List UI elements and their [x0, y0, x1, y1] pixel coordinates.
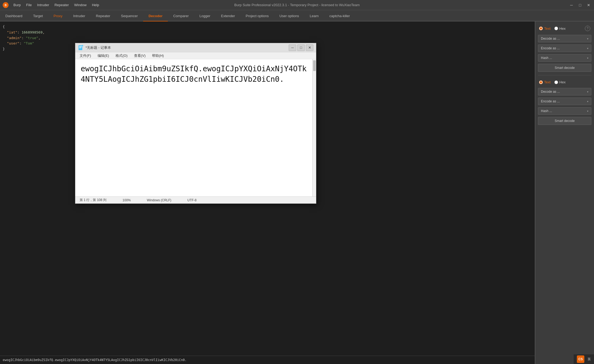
scrollbar-thumb[interactable] [313, 60, 316, 71]
input-method-indicator: 英 [588, 357, 591, 362]
minimize-button[interactable]: ─ [569, 2, 574, 8]
menu-repeater[interactable]: Repeater [54, 3, 69, 7]
hash-arrow-2: ▾ [587, 110, 588, 113]
help-icon-1[interactable]: ? [585, 26, 590, 31]
notepad-minimize-button[interactable]: ─ [289, 44, 296, 51]
zoom-level: 100% [122, 198, 131, 202]
maximize-button[interactable]: □ [577, 2, 583, 8]
text-radio-input-2[interactable] [539, 80, 543, 84]
hex-radio-2[interactable]: Hex [554, 80, 566, 84]
smart-decode-button-1[interactable]: Smart decode [538, 64, 591, 72]
svg-rect-5 [79, 48, 81, 48]
notepad-titlebar: *无标题 - 记事本 ─ □ ✕ [75, 43, 316, 52]
notepad-window: *无标题 - 记事本 ─ □ ✕ 文件(F) 编辑(E) 格式(O) 查看(V)… [75, 43, 316, 204]
menu-window[interactable]: Window [74, 3, 87, 7]
tab-decoder[interactable]: Decoder [143, 11, 168, 21]
tab-learn[interactable]: Learn [305, 11, 324, 21]
encode-as-button-1[interactable]: Encode as ... ▾ [538, 44, 591, 52]
burp-logo-icon: B [3, 2, 9, 8]
notepad-menubar: 文件(F) 编辑(E) 格式(O) 查看(V) 帮助(H) [75, 52, 316, 59]
notepad-menu-file[interactable]: 文件(F) [77, 53, 94, 59]
notepad-title: *无标题 - 记事本 [86, 45, 111, 50]
notepad-app-icon [78, 45, 83, 50]
notepad-titlebar-btns: ─ □ ✕ [289, 44, 313, 51]
title-bar-left: B Burp File Intruder Repeater Window Hel… [3, 2, 99, 8]
menu-burp[interactable]: Burp [13, 3, 21, 7]
encode-as-button-2[interactable]: Encode as ... ▾ [538, 98, 591, 105]
notepad-titlebar-left: *无标题 - 记事本 [78, 45, 111, 50]
notepad-menu-edit[interactable]: 编辑(E) [95, 53, 112, 59]
radio-group-2: Text Hex [538, 79, 591, 86]
text-radio-input-1[interactable] [539, 27, 543, 30]
svg-rect-3 [79, 46, 82, 47]
tab-repeater[interactable]: Repeater [91, 11, 116, 21]
tab-logger[interactable]: Logger [194, 11, 216, 21]
title-bar-controls: ─ □ ✕ [569, 2, 591, 8]
tab-user-options[interactable]: User options [274, 11, 305, 21]
cursor-position: 第 1 行，第 108 列 [80, 198, 106, 202]
encode-as-arrow-1: ▾ [587, 47, 588, 50]
notepad-menu-format[interactable]: 格式(O) [113, 53, 130, 59]
radio-group-1: Text Hex ? [538, 24, 591, 33]
cs-tray-icon: CS [577, 355, 584, 363]
encoding: UTF-8 [187, 198, 196, 202]
decode-as-arrow-1: ▾ [587, 37, 588, 40]
tab-project-options[interactable]: Project options [240, 11, 274, 21]
tab-target[interactable]: Target [28, 11, 48, 21]
hash-button-1[interactable]: Hash ... ▾ [538, 54, 591, 62]
system-tray: CS 英 [574, 354, 594, 364]
divider-1 [538, 75, 591, 75]
notepad-content[interactable]: ewogICJhbGciOiAibm9uZSIkfQ.ewogICJpYXQiO… [75, 59, 316, 196]
hex-radio-input-2[interactable] [554, 80, 558, 84]
menu-intruder[interactable]: Intruder [37, 3, 49, 7]
app-title: Burp Suite Professional v2022.3.1 - Temp… [234, 3, 360, 7]
tab-proxy[interactable]: Proxy [48, 11, 68, 21]
tab-comparer[interactable]: Comparer [168, 11, 194, 21]
notepad-menu-view[interactable]: 查看(V) [131, 53, 148, 59]
main-content: { "iat": 1668998569, "admin": "true", "u… [0, 21, 594, 364]
tab-dashboard[interactable]: Dashboard [0, 11, 28, 21]
close-button[interactable]: ✕ [586, 2, 591, 8]
notepad-menu-help[interactable]: 帮助(H) [149, 53, 166, 59]
decoder-encoded-text[interactable]: ewogICJhbGciOiAibm9uZSIkfQ.ewogICJpYXQiO… [0, 356, 535, 364]
hex-radio-1[interactable]: Hex [554, 27, 566, 31]
encode-as-arrow-2: ▾ [587, 100, 588, 103]
tab-captcha-killer[interactable]: captcha-killer [324, 11, 355, 21]
notepad-maximize-button[interactable]: □ [297, 44, 305, 51]
nav-bar: Dashboard Target Proxy Intruder Repeater… [0, 10, 594, 21]
line-ending: Windows (CRLF) [147, 198, 171, 202]
tab-sequencer[interactable]: Sequencer [116, 11, 143, 21]
menu-file[interactable]: File [26, 3, 32, 7]
hex-radio-input-1[interactable] [554, 27, 558, 30]
smart-decode-button-2[interactable]: Smart decode [538, 117, 591, 125]
decode-as-button-1[interactable]: Decode as ... ▾ [538, 35, 591, 42]
hash-arrow-1: ▾ [587, 57, 588, 60]
notepad-statusbar: 第 1 行，第 108 列 100% Windows (CRLF) UTF-8 [75, 196, 316, 203]
notepad-scrollbar[interactable] [312, 59, 316, 196]
svg-text:B: B [5, 4, 6, 7]
title-bar: B Burp File Intruder Repeater Window Hel… [0, 0, 594, 10]
notepad-close-button[interactable]: ✕ [306, 44, 313, 51]
decode-as-arrow-2: ▾ [587, 90, 588, 93]
hash-button-2[interactable]: Hash ... ▾ [538, 107, 591, 115]
title-bar-menu: Burp File Intruder Repeater Window Help [13, 3, 99, 7]
tab-extender[interactable]: Extender [216, 11, 240, 21]
decode-as-button-2[interactable]: Decode as ... ▾ [538, 88, 591, 95]
text-radio-1[interactable]: Text [539, 27, 551, 31]
decoder-right-panel: Text Hex ? Decode as ... ▾ Encode as ...… [535, 21, 594, 364]
text-radio-2[interactable]: Text [539, 80, 551, 84]
notepad-text: ewogICJhbGciOiAibm9uZSIkfQ.ewogICJpYXQiO… [81, 64, 307, 84]
tab-intruder[interactable]: Intruder [68, 11, 91, 21]
svg-rect-4 [79, 47, 82, 47]
menu-help[interactable]: Help [92, 3, 99, 7]
